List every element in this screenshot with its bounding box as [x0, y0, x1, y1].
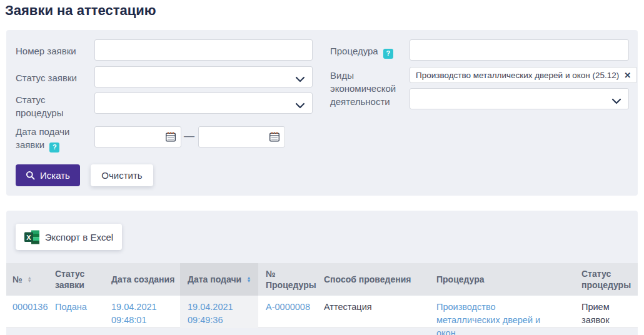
results-section: X Экспорт в Excel № ▲ ▼ Статус заявки Да… — [6, 211, 638, 335]
economic-activity-tag: Производство металлических дверей и окон… — [410, 67, 637, 83]
column-header-procedure-number[interactable]: № Процедуры — [266, 263, 319, 296]
cell-created-datetime: 19.04.2021 09:48:01 — [111, 296, 180, 328]
procedure-link[interactable]: Производство металлических дверей и окон — [436, 302, 540, 335]
column-header-label: Процедура — [436, 274, 485, 285]
column-header-label: Способ проведения — [324, 274, 411, 285]
help-icon[interactable]: ? — [49, 142, 59, 152]
table-header — [6, 263, 638, 296]
svg-text:X: X — [26, 233, 31, 241]
cell-procedure: Производство металлических дверей и окон — [436, 296, 561, 328]
application-number-link[interactable]: 0000136 — [13, 302, 48, 312]
column-header-label: Дата создания — [111, 274, 174, 285]
sort-desc-icon: ▼ — [28, 279, 32, 282]
application-number-input[interactable] — [94, 39, 313, 61]
procedure-status-select[interactable] — [94, 92, 313, 114]
sort-icon[interactable]: ▲ ▼ — [28, 276, 32, 282]
procedure-input[interactable] — [410, 39, 629, 61]
application-status-label: Статус заявки — [16, 71, 91, 84]
procedure-number-link[interactable]: А-0000008 — [266, 302, 310, 312]
column-header-procedure-status[interactable]: Статус процедуры — [581, 263, 635, 296]
column-header-procedure[interactable]: Процедура — [436, 263, 530, 296]
procedure-label-text: Процедура — [330, 46, 378, 56]
clear-button-label: Очистить — [101, 170, 142, 181]
submit-date-label-text: Дата подачи заявки — [16, 126, 69, 150]
submit-date-from-input[interactable] — [94, 126, 181, 148]
economic-activity-label: Виды экономической деятельности — [330, 69, 408, 108]
page-title: Заявки на аттестацию — [5, 2, 156, 19]
column-header-label: № Процедуры — [266, 268, 319, 291]
submit-date-to-input[interactable] — [198, 126, 285, 148]
column-header-method[interactable]: Способ проведения — [324, 263, 424, 296]
column-header-number[interactable]: № ▲ ▼ — [13, 263, 32, 296]
column-header-label: № — [13, 274, 23, 285]
column-header-application-status[interactable]: Статус заявки — [55, 263, 100, 296]
column-header-created-date[interactable]: Дата создания — [111, 263, 186, 296]
search-button-label: Искать — [40, 170, 70, 181]
column-header-submitted-date[interactable]: Дата подачи ▲ ▼ — [188, 263, 258, 296]
cell-procedure-number: А-0000008 — [266, 296, 322, 328]
submit-date-label: Дата подачи заявки ? — [16, 125, 88, 152]
sort-desc-icon: ▼ — [246, 279, 251, 282]
export-excel-label: Экспорт в Excel — [45, 232, 113, 242]
clear-button[interactable]: Очистить — [91, 164, 153, 186]
cell-application-number: 0000136 — [13, 296, 51, 328]
excel-icon: X — [24, 230, 40, 244]
procedure-status-label: Статус процедуры — [16, 93, 78, 119]
cell-method: Аттестация — [324, 296, 424, 328]
application-number-label: Номер заявки — [16, 44, 91, 58]
help-icon[interactable]: ? — [383, 49, 393, 59]
remove-tag-icon[interactable]: ✕ — [624, 71, 631, 80]
search-button[interactable]: Искать — [16, 164, 80, 186]
cell-application-status: Подана — [55, 296, 100, 328]
cell-procedure-status: Прием заявок — [581, 296, 625, 328]
sort-icon-active[interactable]: ▲ ▼ — [246, 276, 251, 282]
economic-activity-tag-label: Производство металлических дверей и окон… — [416, 71, 619, 80]
created-date: 19.04.2021 — [111, 301, 180, 314]
submitted-time: 09:49:36 — [188, 314, 256, 327]
export-excel-button[interactable]: X Экспорт в Excel — [16, 224, 122, 250]
column-header-label: Дата подачи — [188, 274, 241, 285]
filter-panel: Номер заявки Статус заявки Статус процед… — [6, 30, 638, 196]
submitted-date: 19.04.2021 — [188, 301, 256, 314]
date-range-dash: — — [184, 130, 194, 142]
economic-activity-select[interactable] — [410, 88, 629, 109]
column-header-label: Статус заявки — [55, 268, 100, 291]
cell-submitted-datetime: 19.04.2021 09:49:36 — [188, 296, 256, 328]
created-time: 09:48:01 — [111, 314, 180, 327]
search-icon — [26, 171, 35, 180]
column-header-label: Статус процедуры — [581, 268, 635, 291]
application-status-select[interactable] — [94, 66, 313, 88]
